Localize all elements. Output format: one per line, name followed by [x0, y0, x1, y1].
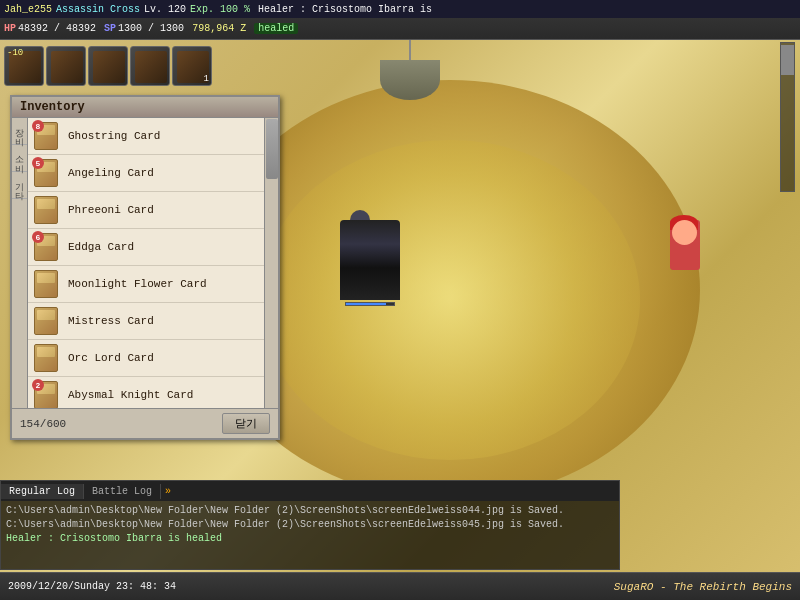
sp-value: 1300 / 1300 — [118, 23, 184, 34]
healed-badge: healed — [254, 23, 298, 34]
item-name: Abysmal Knight Card — [68, 389, 193, 401]
inventory-item[interactable]: Moonlight Flower Card — [28, 266, 264, 303]
log-arrow-icon[interactable]: » — [161, 486, 175, 497]
inventory-item[interactable]: Orc Lord Card — [28, 340, 264, 377]
quick-slot-3[interactable] — [88, 46, 128, 86]
level-info: Lv. 120 — [144, 4, 186, 15]
scroll-thumb[interactable] — [266, 119, 278, 179]
item-icon: 8 — [34, 122, 62, 150]
title-row: Jah_e255 Assassin Cross Lv. 120 Exp. 100… — [0, 0, 800, 18]
npc-sprite — [660, 220, 710, 300]
player-name: Jah_e255 — [4, 4, 52, 15]
zeny-value: 798,964 Z — [192, 23, 246, 34]
minimap[interactable] — [780, 42, 795, 192]
tab-equipment[interactable]: 장비 — [12, 118, 27, 145]
character-hp-bar — [345, 302, 395, 306]
item-icon — [34, 270, 62, 298]
quick-slot-5[interactable]: 1 — [172, 46, 212, 86]
log-tab-regular[interactable]: Regular Log — [1, 484, 84, 499]
npc-character — [660, 200, 720, 300]
timestamp: 2009/12/20/Sunday 23: 48: 34 — [8, 581, 176, 592]
item-list: 8Ghostring Card5Angeling CardPhreeoni Ca… — [28, 118, 264, 408]
inventory-tabs: 장비 소비 기타 — [12, 118, 28, 408]
character-body — [340, 220, 400, 300]
item-name: Orc Lord Card — [68, 352, 154, 364]
log-line: C:\Users\admin\Desktop\New Folder\New Fo… — [6, 504, 614, 518]
job-class: Assassin Cross — [56, 4, 140, 15]
exp-info: Exp. 100 % — [190, 4, 250, 15]
inventory-item[interactable]: 2Abysmal Knight Card — [28, 377, 264, 408]
log-tab-battle[interactable]: Battle Log — [84, 484, 161, 499]
hp-value: 48392 / 48392 — [18, 23, 96, 34]
log-line: C:\Users\admin\Desktop\New Folder\New Fo… — [6, 518, 614, 532]
inventory-item[interactable]: 6Eddga Card — [28, 229, 264, 266]
hp-sp-row: HP 48392 / 48392 SP 1300 / 1300 798,964 … — [0, 18, 800, 38]
hud-bar: Jah_e255 Assassin Cross Lv. 120 Exp. 100… — [0, 0, 800, 40]
item-name: Angeling Card — [68, 167, 154, 179]
inventory-item[interactable]: 8Ghostring Card — [28, 118, 264, 155]
item-name: Phreeoni Card — [68, 204, 154, 216]
item-icon — [34, 344, 62, 372]
item-name: Moonlight Flower Card — [68, 278, 207, 290]
game-title: SugaRO - The Rebirth Begins — [614, 581, 792, 593]
inventory-window: Inventory 장비 소비 기타 8Ghostring Card5Angel… — [10, 95, 280, 440]
log-tabs: Regular Log Battle Log » — [1, 481, 619, 501]
item-icon — [34, 307, 62, 335]
log-line: Healer : Crisostomo Ibarra is healed — [6, 532, 614, 546]
log-area: Regular Log Battle Log » C:\Users\admin\… — [0, 480, 620, 570]
inventory-count: 154/600 — [20, 418, 66, 430]
inventory-body: 장비 소비 기타 8Ghostring Card5Angeling CardPh… — [12, 118, 278, 408]
item-icon: 5 — [34, 159, 62, 187]
item-count-badge: 2 — [32, 379, 44, 391]
status-bar: 2009/12/20/Sunday 23: 48: 34 SugaRO - Th… — [0, 572, 800, 600]
floor-inner-circle — [260, 140, 640, 460]
minimap-scroll[interactable] — [781, 45, 794, 75]
item-icon: 2 — [34, 381, 62, 408]
tab-consumable[interactable]: 소비 — [12, 145, 27, 172]
quick-slot-2[interactable] — [46, 46, 86, 86]
inventory-item[interactable]: Mistress Card — [28, 303, 264, 340]
item-name: Eddga Card — [68, 241, 134, 253]
hp-bar-fill — [346, 303, 386, 305]
quick-slot-bar: -10 1 — [0, 42, 216, 90]
item-icon: 6 — [34, 233, 62, 261]
item-icon — [34, 196, 62, 224]
item-name: Mistress Card — [68, 315, 154, 327]
npc-head — [672, 220, 697, 245]
item-count-badge: 6 — [32, 231, 44, 243]
tab-misc[interactable]: 기타 — [12, 172, 27, 199]
log-content: C:\Users\admin\Desktop\New Folder\New Fo… — [1, 501, 619, 571]
inventory-item[interactable]: 5Angeling Card — [28, 155, 264, 192]
inventory-scrollbar[interactable] — [264, 118, 278, 408]
chandelier-decoration — [380, 30, 440, 100]
item-count-badge: 8 — [32, 120, 44, 132]
player-character — [330, 220, 410, 320]
inventory-footer: 154/600 닫기 — [12, 408, 278, 438]
quick-slot-4[interactable] — [130, 46, 170, 86]
quick-slot-1[interactable]: -10 — [4, 46, 44, 86]
item-count-badge: 5 — [32, 157, 44, 169]
sp-label: SP — [104, 23, 116, 34]
item-name: Ghostring Card — [68, 130, 160, 142]
healer-message: Healer : Crisostomo Ibarra is — [258, 4, 432, 15]
inventory-item[interactable]: Phreeoni Card — [28, 192, 264, 229]
inventory-close-button[interactable]: 닫기 — [222, 413, 270, 434]
inventory-title: Inventory — [12, 97, 278, 118]
hp-label: HP — [4, 23, 16, 34]
